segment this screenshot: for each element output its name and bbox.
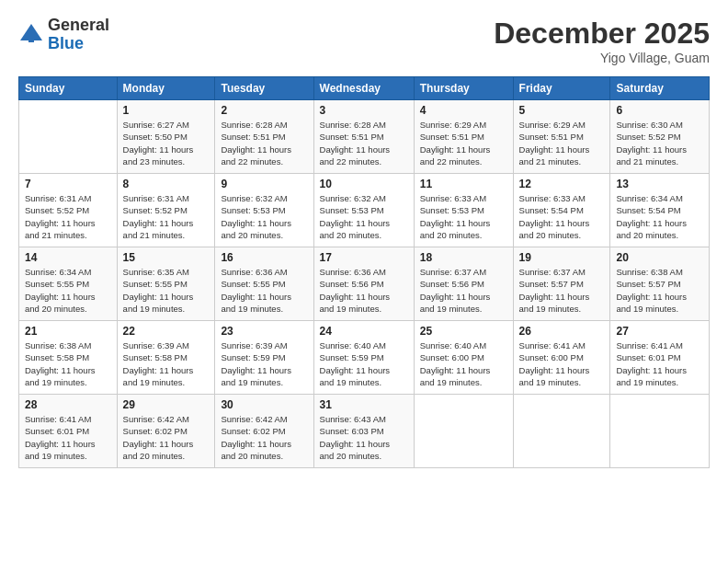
day-number: 17 bbox=[320, 251, 408, 264]
day-number: 29 bbox=[123, 398, 210, 411]
calendar-cell: 19Sunrise: 6:37 AMSunset: 5:57 PMDayligh… bbox=[513, 247, 610, 321]
day-number: 8 bbox=[123, 178, 210, 190]
header-row: SundayMondayTuesdayWednesdayThursdayFrid… bbox=[19, 77, 710, 100]
day-number: 1 bbox=[123, 104, 210, 117]
logo-blue: Blue bbox=[48, 35, 109, 53]
day-info: Sunrise: 6:32 AMSunset: 5:53 PMDaylight:… bbox=[221, 192, 307, 241]
day-number: 14 bbox=[25, 251, 111, 264]
day-info: Sunrise: 6:36 AMSunset: 5:55 PMDaylight:… bbox=[221, 266, 307, 315]
day-number: 19 bbox=[519, 251, 605, 264]
day-number: 13 bbox=[616, 178, 703, 190]
day-number: 16 bbox=[221, 251, 307, 264]
calendar-cell bbox=[19, 100, 118, 174]
calendar-cell: 22Sunrise: 6:39 AMSunset: 5:58 PMDayligh… bbox=[117, 321, 215, 395]
day-info: Sunrise: 6:38 AMSunset: 5:58 PMDaylight:… bbox=[25, 339, 111, 388]
logo-text: General Blue bbox=[48, 17, 109, 53]
header-saturday: Saturday bbox=[610, 77, 710, 100]
calendar-cell: 7Sunrise: 6:31 AMSunset: 5:52 PMDaylight… bbox=[19, 174, 118, 247]
calendar-cell: 15Sunrise: 6:35 AMSunset: 5:55 PMDayligh… bbox=[117, 247, 215, 321]
week-row-1: 1Sunrise: 6:27 AMSunset: 5:50 PMDaylight… bbox=[19, 100, 710, 174]
day-number: 2 bbox=[221, 104, 307, 117]
calendar-cell: 26Sunrise: 6:41 AMSunset: 6:00 PMDayligh… bbox=[513, 321, 610, 395]
day-info: Sunrise: 6:28 AMSunset: 5:51 PMDaylight:… bbox=[221, 119, 307, 167]
calendar-cell: 11Sunrise: 6:33 AMSunset: 5:53 PMDayligh… bbox=[414, 174, 513, 247]
day-number: 21 bbox=[25, 325, 111, 338]
calendar-cell: 14Sunrise: 6:34 AMSunset: 5:55 PMDayligh… bbox=[19, 247, 118, 321]
day-info: Sunrise: 6:30 AMSunset: 5:52 PMDaylight:… bbox=[616, 119, 703, 167]
calendar-cell bbox=[513, 395, 610, 468]
day-info: Sunrise: 6:33 AMSunset: 5:54 PMDaylight:… bbox=[519, 192, 605, 241]
calendar-cell: 23Sunrise: 6:39 AMSunset: 5:59 PMDayligh… bbox=[215, 321, 313, 395]
calendar-cell: 31Sunrise: 6:43 AMSunset: 6:03 PMDayligh… bbox=[313, 395, 414, 468]
day-number: 7 bbox=[25, 178, 111, 190]
day-info: Sunrise: 6:40 AMSunset: 6:00 PMDaylight:… bbox=[420, 339, 507, 388]
day-info: Sunrise: 6:41 AMSunset: 6:01 PMDaylight:… bbox=[616, 339, 703, 388]
calendar-cell: 8Sunrise: 6:31 AMSunset: 5:52 PMDaylight… bbox=[117, 174, 215, 247]
logo-icon bbox=[18, 22, 44, 48]
calendar-cell: 10Sunrise: 6:32 AMSunset: 5:53 PMDayligh… bbox=[313, 174, 414, 247]
day-info: Sunrise: 6:39 AMSunset: 5:58 PMDaylight:… bbox=[123, 339, 210, 388]
header: General Blue December 2025 Yigo Village,… bbox=[18, 17, 710, 65]
calendar-cell: 21Sunrise: 6:38 AMSunset: 5:58 PMDayligh… bbox=[19, 321, 118, 395]
calendar-cell: 18Sunrise: 6:37 AMSunset: 5:56 PMDayligh… bbox=[414, 247, 513, 321]
day-number: 18 bbox=[420, 251, 507, 264]
day-info: Sunrise: 6:35 AMSunset: 5:55 PMDaylight:… bbox=[123, 266, 210, 315]
day-info: Sunrise: 6:37 AMSunset: 5:57 PMDaylight:… bbox=[519, 266, 605, 315]
day-info: Sunrise: 6:38 AMSunset: 5:57 PMDaylight:… bbox=[616, 266, 703, 315]
calendar-cell bbox=[610, 395, 710, 468]
location: Yigo Village, Guam bbox=[494, 51, 710, 65]
calendar-cell: 3Sunrise: 6:28 AMSunset: 5:51 PMDaylight… bbox=[313, 100, 414, 174]
logo: General Blue bbox=[18, 17, 109, 53]
day-number: 5 bbox=[519, 104, 605, 117]
calendar-cell: 29Sunrise: 6:42 AMSunset: 6:02 PMDayligh… bbox=[117, 395, 215, 468]
day-number: 9 bbox=[221, 178, 307, 190]
day-number: 31 bbox=[320, 398, 408, 411]
day-number: 22 bbox=[123, 325, 210, 338]
calendar-cell: 9Sunrise: 6:32 AMSunset: 5:53 PMDaylight… bbox=[215, 174, 313, 247]
day-info: Sunrise: 6:29 AMSunset: 5:51 PMDaylight:… bbox=[519, 119, 605, 167]
day-number: 26 bbox=[519, 325, 605, 338]
week-row-5: 28Sunrise: 6:41 AMSunset: 6:01 PMDayligh… bbox=[19, 395, 710, 468]
day-info: Sunrise: 6:40 AMSunset: 5:59 PMDaylight:… bbox=[320, 339, 408, 388]
calendar-cell: 24Sunrise: 6:40 AMSunset: 5:59 PMDayligh… bbox=[313, 321, 414, 395]
day-number: 23 bbox=[221, 325, 307, 338]
calendar-cell: 20Sunrise: 6:38 AMSunset: 5:57 PMDayligh… bbox=[610, 247, 710, 321]
day-info: Sunrise: 6:29 AMSunset: 5:51 PMDaylight:… bbox=[420, 119, 507, 167]
calendar-cell: 1Sunrise: 6:27 AMSunset: 5:50 PMDaylight… bbox=[117, 100, 215, 174]
day-number: 3 bbox=[320, 104, 408, 117]
week-row-4: 21Sunrise: 6:38 AMSunset: 5:58 PMDayligh… bbox=[19, 321, 710, 395]
day-info: Sunrise: 6:39 AMSunset: 5:59 PMDaylight:… bbox=[221, 339, 307, 388]
day-number: 10 bbox=[320, 178, 408, 190]
page: General Blue December 2025 Yigo Village,… bbox=[0, 0, 728, 477]
day-info: Sunrise: 6:42 AMSunset: 6:02 PMDaylight:… bbox=[123, 413, 210, 462]
calendar-cell: 25Sunrise: 6:40 AMSunset: 6:00 PMDayligh… bbox=[414, 321, 513, 395]
calendar-cell: 5Sunrise: 6:29 AMSunset: 5:51 PMDaylight… bbox=[513, 100, 610, 174]
day-info: Sunrise: 6:37 AMSunset: 5:56 PMDaylight:… bbox=[420, 266, 507, 315]
day-number: 25 bbox=[420, 325, 507, 338]
calendar-cell: 17Sunrise: 6:36 AMSunset: 5:56 PMDayligh… bbox=[313, 247, 414, 321]
day-info: Sunrise: 6:32 AMSunset: 5:53 PMDaylight:… bbox=[320, 192, 408, 241]
day-info: Sunrise: 6:33 AMSunset: 5:53 PMDaylight:… bbox=[420, 192, 507, 241]
header-sunday: Sunday bbox=[19, 77, 118, 100]
day-number: 15 bbox=[123, 251, 210, 264]
calendar-cell bbox=[414, 395, 513, 468]
day-info: Sunrise: 6:34 AMSunset: 5:55 PMDaylight:… bbox=[25, 266, 111, 315]
day-info: Sunrise: 6:31 AMSunset: 5:52 PMDaylight:… bbox=[25, 192, 111, 241]
day-number: 6 bbox=[616, 104, 703, 117]
calendar-cell: 16Sunrise: 6:36 AMSunset: 5:55 PMDayligh… bbox=[215, 247, 313, 321]
calendar-cell: 30Sunrise: 6:42 AMSunset: 6:02 PMDayligh… bbox=[215, 395, 313, 468]
calendar-cell: 13Sunrise: 6:34 AMSunset: 5:54 PMDayligh… bbox=[610, 174, 710, 247]
header-thursday: Thursday bbox=[414, 77, 513, 100]
logo-general: General bbox=[48, 17, 109, 35]
calendar-cell: 2Sunrise: 6:28 AMSunset: 5:51 PMDaylight… bbox=[215, 100, 313, 174]
header-monday: Monday bbox=[117, 77, 215, 100]
day-info: Sunrise: 6:41 AMSunset: 6:01 PMDaylight:… bbox=[25, 413, 111, 462]
day-number: 28 bbox=[25, 398, 111, 411]
header-tuesday: Tuesday bbox=[215, 77, 313, 100]
day-info: Sunrise: 6:43 AMSunset: 6:03 PMDaylight:… bbox=[320, 413, 408, 462]
month-title: December 2025 bbox=[494, 17, 710, 51]
header-friday: Friday bbox=[513, 77, 610, 100]
day-number: 11 bbox=[420, 178, 507, 190]
header-wednesday: Wednesday bbox=[313, 77, 414, 100]
calendar-cell: 28Sunrise: 6:41 AMSunset: 6:01 PMDayligh… bbox=[19, 395, 118, 468]
